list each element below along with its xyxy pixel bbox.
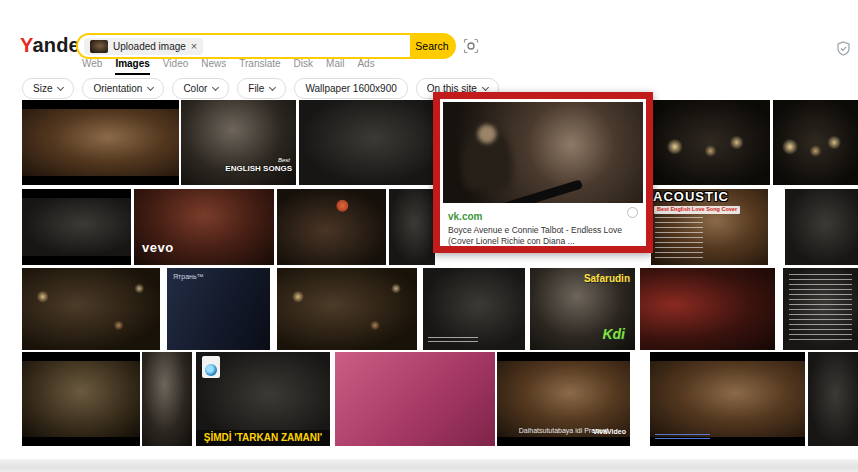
vevo-logo: vevo <box>142 241 174 255</box>
protect-shield-icon[interactable] <box>836 41 851 56</box>
filter-file[interactable]: File <box>237 78 286 99</box>
thumbnail-r3c6[interactable] <box>640 268 775 350</box>
result-info-panel: vk.com Boyce Avenue e Connie Talbot - En… <box>443 203 643 243</box>
thumbnail-r2c6[interactable] <box>785 189 858 265</box>
thumbnail-r1c5[interactable] <box>651 100 770 185</box>
search-input[interactable]: Uploaded image × <box>76 33 410 59</box>
tab-translate[interactable]: Translate <box>239 58 280 75</box>
highlighted-result-card[interactable]: 800×450 vk.com Boyce Avenue e Connie Tal… <box>433 92 653 253</box>
thumbnail-r3c4[interactable] <box>423 268 525 350</box>
caption-texture <box>428 337 478 344</box>
thumbnail-r2c4[interactable] <box>389 189 435 265</box>
tab-images[interactable]: Images <box>115 58 149 75</box>
thumbnail-r4c1[interactable] <box>22 352 140 446</box>
filter-wallpaper[interactable]: Wallpaper 1600x900 <box>294 78 407 99</box>
thumbnail-r3c1[interactable] <box>22 268 160 350</box>
highlighted-result-image[interactable]: 800×450 <box>443 102 643 214</box>
thumbnail-r4c3-tarkan[interactable]: ŞİMDİ 'TARKAN ZAMANI' <box>196 352 330 446</box>
thumbnail-caption: ENGLISH SONGS <box>225 165 292 173</box>
tab-disk[interactable]: Disk <box>294 58 313 75</box>
thumbnail-r3c2[interactable]: Ятрань™ <box>167 268 270 350</box>
tab-video[interactable]: Video <box>163 58 188 75</box>
thumbnail-r1c6[interactable] <box>773 100 858 185</box>
uploaded-image-thumbnail <box>90 40 108 53</box>
image-search-camera-icon[interactable] <box>463 38 479 54</box>
thumbnail-subtitle: Best English Love Song Cover <box>654 206 740 214</box>
thumbnail-title: Safarudin <box>584 274 630 285</box>
result-domain-link[interactable]: vk.com <box>448 211 482 222</box>
service-tabs: Web Images Video News Translate Disk Mai… <box>82 58 375 75</box>
tracklist-texture <box>789 274 852 344</box>
thumbnail-r2c1[interactable] <box>22 189 131 265</box>
filter-size-label: Size <box>33 83 52 94</box>
tab-news[interactable]: News <box>201 58 226 75</box>
thumbnail-r3c3[interactable] <box>277 268 417 350</box>
filter-wallpaper-label: Wallpaper 1600x900 <box>305 83 396 94</box>
window-bottom-edge <box>0 459 858 472</box>
chevron-down-icon <box>269 84 276 91</box>
filter-color-label: Color <box>183 83 207 94</box>
filter-bar: Size Orientation Color File Wallpaper 16… <box>22 78 499 99</box>
thumbnail-title: ACOUSTIC <box>653 190 729 204</box>
tab-ads[interactable]: Ads <box>357 58 374 75</box>
filter-color[interactable]: Color <box>172 78 229 99</box>
uploaded-image-chip[interactable]: Uploaded image × <box>84 38 203 55</box>
video-file-icon <box>202 356 220 378</box>
thumbnail-r4c2[interactable] <box>142 352 192 446</box>
thumbnail-r2c3[interactable] <box>277 189 386 265</box>
chevron-down-icon <box>482 84 489 91</box>
tracklist-texture <box>655 217 703 261</box>
thumbnail-r4c4[interactable] <box>335 352 495 446</box>
background-pianist-figure <box>459 122 515 189</box>
filter-size[interactable]: Size <box>22 78 74 99</box>
thumbnail-r2c2[interactable]: vevo <box>134 189 274 265</box>
filter-orientation-label: Orientation <box>93 83 142 94</box>
yandex-images-results-page: Yandex Uploaded image × Search Web Image… <box>0 0 858 472</box>
caption-texture <box>655 434 710 441</box>
thumbnail-r3c5-safarudin[interactable]: Safarudin Kdi <box>530 268 635 350</box>
vivavideo-watermark: VivaVideo <box>593 428 626 435</box>
filter-file-label: File <box>248 83 264 94</box>
thumbnail-r3c7-tracklist[interactable] <box>783 268 858 350</box>
tab-web[interactable]: Web <box>82 58 102 75</box>
info-circle-icon[interactable] <box>627 207 638 218</box>
search-button[interactable]: Search <box>410 33 456 59</box>
thumbnail-r4c6[interactable] <box>650 352 805 446</box>
thumbnail-r4c5[interactable]: Daihatsututabaya idi Present VivaVideo <box>497 352 630 446</box>
watermark: Ятрань™ <box>173 273 204 280</box>
thumbnail-title: ŞİMDİ 'TARKAN ZAMANI' <box>196 430 330 447</box>
logo-letter-y: Y <box>20 34 32 56</box>
thumbnail-r1c3[interactable] <box>299 100 435 185</box>
filter-orientation[interactable]: Orientation <box>82 78 164 99</box>
thumbnail-r2c5-acoustic[interactable]: ACOUSTIC Best English Love Song Cover <box>651 189 768 265</box>
chevron-down-icon <box>57 84 64 91</box>
chevron-down-icon <box>212 84 219 91</box>
thumbnail-caption: Best <box>278 157 290 163</box>
thumbnail-r4c7[interactable] <box>808 352 858 446</box>
thumbnail-r1c2[interactable]: Best ENGLISH SONGS <box>181 100 296 185</box>
thumbnail-r1c1[interactable] <box>22 100 179 185</box>
chevron-down-icon <box>147 84 154 91</box>
uploaded-image-chip-label: Uploaded image <box>113 41 186 52</box>
kdi-logo: Kdi <box>602 327 625 342</box>
search-form: Uploaded image × Search <box>76 33 456 59</box>
result-title: Boyce Avenue e Connie Talbot - Endless L… <box>448 225 638 246</box>
tab-mail[interactable]: Mail <box>326 58 344 75</box>
chip-close-icon[interactable]: × <box>191 41 197 52</box>
